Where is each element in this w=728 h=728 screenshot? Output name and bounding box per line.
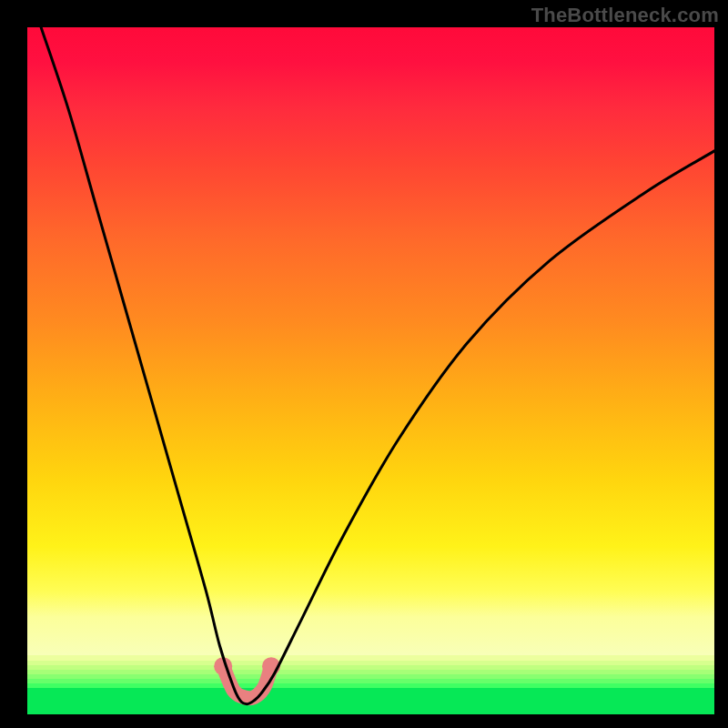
gradient-main: [27, 27, 714, 592]
gradient-band: [27, 688, 714, 714]
plot-area: [27, 27, 714, 714]
gradient-plateau: [27, 592, 714, 655]
chart-frame: TheBottleneck.com: [0, 0, 728, 728]
watermark-text: TheBottleneck.com: [531, 4, 719, 27]
